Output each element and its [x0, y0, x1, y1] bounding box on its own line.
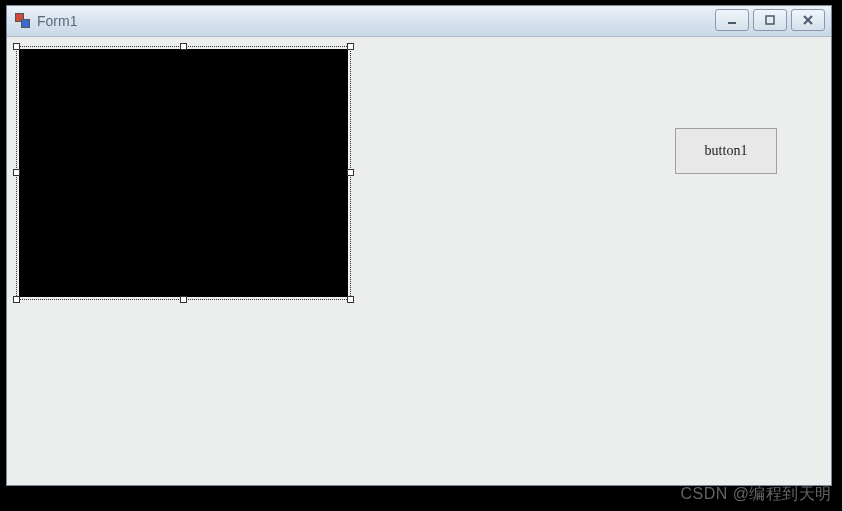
titlebar[interactable]: Form1 — [7, 6, 831, 37]
window-title: Form1 — [37, 13, 77, 29]
resize-handle-tl[interactable] — [13, 43, 20, 50]
resize-handle-bc[interactable] — [180, 296, 187, 303]
svg-rect-1 — [766, 16, 774, 24]
resize-handle-ml[interactable] — [13, 169, 20, 176]
resize-handle-br[interactable] — [347, 296, 354, 303]
minimize-button[interactable] — [715, 9, 749, 31]
close-button[interactable] — [791, 9, 825, 31]
form-window: Form1 button1 — [6, 5, 832, 486]
client-area: button1 — [7, 37, 831, 485]
resize-handle-mr[interactable] — [347, 169, 354, 176]
resize-handle-bl[interactable] — [13, 296, 20, 303]
button1[interactable]: button1 — [675, 128, 777, 174]
watermark: CSDN @编程到天明 — [680, 484, 832, 505]
resize-handle-tc[interactable] — [180, 43, 187, 50]
selected-panel[interactable] — [16, 46, 351, 300]
app-icon — [15, 13, 31, 29]
maximize-button[interactable] — [753, 9, 787, 31]
resize-handle-tr[interactable] — [347, 43, 354, 50]
button1-label: button1 — [705, 143, 748, 159]
black-panel — [19, 49, 348, 297]
window-controls — [715, 9, 825, 31]
